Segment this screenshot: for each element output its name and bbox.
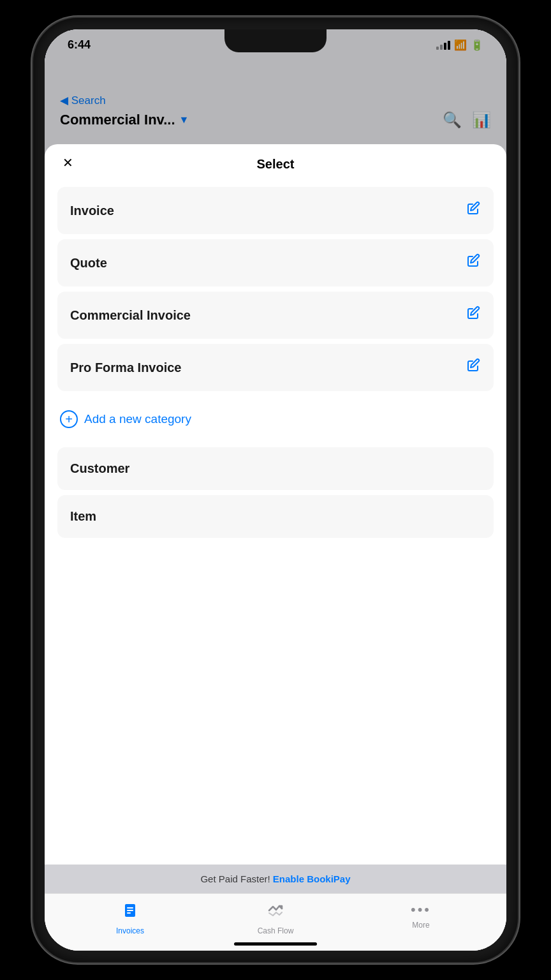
modal-title: Select [257, 157, 295, 172]
tab-cashflow[interactable]: Cash Flow [250, 902, 301, 935]
tab-invoices[interactable]: Invoices [105, 902, 156, 935]
edit-icon-3 [466, 358, 481, 377]
edit-icon-1 [466, 253, 481, 272]
more-tab-label: More [412, 921, 429, 930]
invoices-tab-label: Invoices [116, 926, 144, 935]
select-modal: ✕ Select Invoice [45, 144, 506, 951]
close-button[interactable]: ✕ [57, 152, 78, 173]
list-item-quote[interactable]: Quote [57, 239, 494, 286]
item-label: Item [70, 509, 96, 524]
primary-list: Invoice Quote [57, 187, 494, 391]
list-item-item[interactable]: Item [57, 495, 494, 538]
plus-icon: + [60, 410, 78, 428]
list-item-invoice[interactable]: Invoice [57, 187, 494, 234]
edit-icon-0 [466, 201, 481, 220]
quote-label: Quote [70, 256, 107, 271]
home-indicator [234, 942, 317, 946]
list-item-commercial-invoice[interactable]: Commercial Invoice [57, 292, 494, 339]
cashflow-tab-icon [267, 902, 284, 924]
customer-label: Customer [70, 461, 129, 476]
more-tab-icon: ••• [411, 902, 431, 918]
list-item-proforma-invoice[interactable]: Pro Forma Invoice [57, 344, 494, 391]
promo-text: Get Paid Faster! [200, 873, 270, 884]
secondary-list: Customer Item [57, 447, 494, 538]
add-category-label: Add a new category [84, 412, 191, 426]
invoice-label: Invoice [70, 204, 114, 218]
add-category-button[interactable]: + Add a new category [57, 401, 494, 437]
modal-header: ✕ Select [45, 144, 506, 181]
tab-more[interactable]: ••• More [395, 902, 446, 930]
commercial-invoice-label: Commercial Invoice [70, 308, 191, 323]
invoices-tab-icon [121, 902, 139, 924]
list-item-customer[interactable]: Customer [57, 447, 494, 490]
promo-banner: Get Paid Faster! Enable BookiPay [45, 865, 506, 893]
svg-rect-3 [127, 912, 131, 914]
svg-rect-2 [127, 910, 133, 911]
edit-icon-2 [466, 306, 481, 325]
proforma-invoice-label: Pro Forma Invoice [70, 360, 182, 375]
promo-link[interactable]: Enable BookiPay [273, 873, 351, 884]
cashflow-tab-label: Cash Flow [258, 926, 294, 935]
svg-rect-1 [127, 907, 133, 909]
modal-content: Invoice Quote [45, 181, 506, 865]
